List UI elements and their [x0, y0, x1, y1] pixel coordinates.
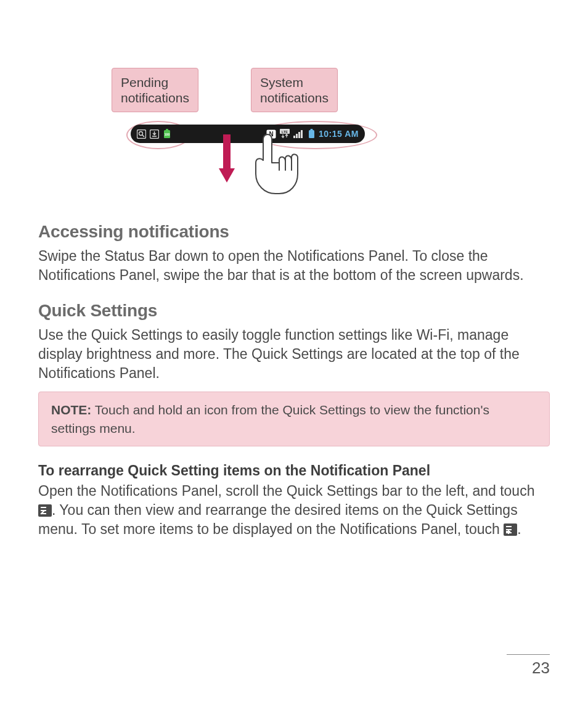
callout-label: Pending notifications	[121, 75, 189, 105]
rearrange-text-2: . You can then view and rearrange the de…	[38, 502, 518, 537]
footer-rule	[507, 654, 550, 655]
svg-marker-18	[219, 168, 235, 183]
svg-rect-16	[311, 129, 313, 131]
callout-system-notifications: System notifications	[251, 68, 338, 112]
list-edit-icon	[38, 504, 52, 517]
note-text: Touch and hold an icon from the Quick Se…	[51, 403, 489, 435]
rearrange-text-1: Open the Notifications Panel, scroll the…	[38, 483, 534, 499]
svg-rect-14	[301, 130, 303, 138]
callout-pending-notifications: Pending notifications	[112, 68, 198, 112]
manual-page: Pending notifications System notificatio…	[0, 0, 588, 706]
rearrange-text-3: .	[517, 521, 521, 537]
hand-pointer-icon	[242, 129, 301, 197]
svg-rect-0	[137, 129, 146, 138]
svg-rect-15	[309, 130, 314, 138]
download-icon	[150, 129, 159, 139]
svg-point-1	[139, 131, 143, 135]
search-icon	[137, 129, 146, 139]
heading-accessing-notifications: Accessing notifications	[38, 222, 550, 242]
page-footer: 23	[507, 654, 550, 678]
svg-rect-5	[166, 129, 168, 131]
callout-label: System notifications	[260, 75, 329, 105]
battery-icon	[308, 129, 315, 139]
body-quick-settings: Use the Quick Settings to easily toggle …	[38, 326, 550, 383]
heading-rearrange-quick-settings: To rearrange Quick Setting items on the …	[38, 462, 550, 479]
swipe-down-arrow-icon	[218, 134, 236, 184]
note-label: NOTE:	[51, 403, 91, 417]
heading-quick-settings: Quick Settings	[38, 301, 550, 321]
status-bar-left-icons: 100	[137, 129, 171, 139]
note-box: NOTE: Touch and hold an icon from the Qu…	[38, 392, 550, 446]
body-accessing-notifications: Swipe the Status Bar down to open the No…	[38, 247, 550, 285]
list-add-icon	[504, 523, 517, 536]
status-bar-time: 10:15 AM	[319, 129, 359, 139]
status-bar-diagram: Pending notifications System notificatio…	[109, 68, 479, 200]
svg-text:100: 100	[165, 133, 170, 136]
svg-line-2	[142, 135, 144, 137]
battery-100-icon: 100	[163, 129, 171, 139]
page-number: 23	[507, 659, 550, 678]
body-rearrange-quick-settings: Open the Notifications Panel, scroll the…	[38, 482, 550, 539]
